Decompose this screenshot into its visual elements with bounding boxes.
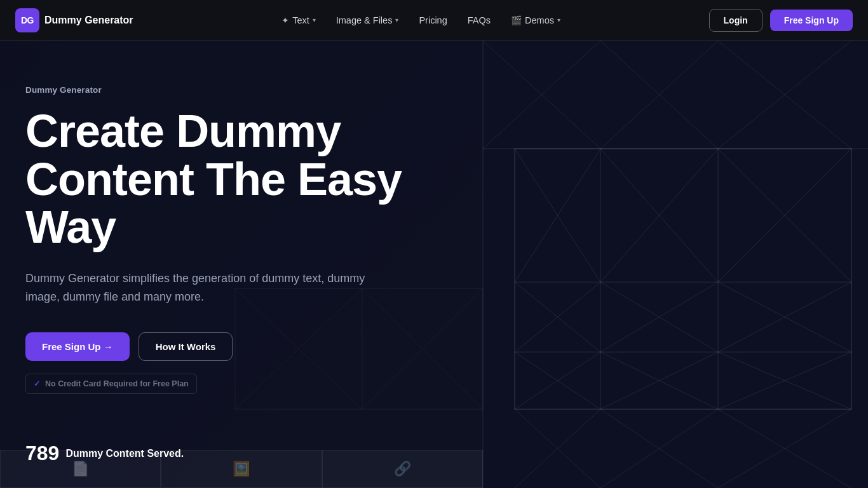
signup-button[interactable]: Free Sign Up (770, 10, 853, 31)
hero-cta-secondary[interactable]: How It Works (139, 332, 233, 361)
stat-number: 789 (25, 442, 59, 465)
logo-icon[interactable]: DG (15, 8, 39, 32)
navbar-brand: DG Dummy Generator (15, 8, 133, 32)
navbar-center: ✦ Text ▾ Image & Files ▾ Pricing FAQs 🎬 … (273, 10, 569, 30)
hero-stats: 789 Dummy Content Served. (25, 442, 184, 465)
chevron-down-icon: ▾ (395, 17, 398, 24)
stat-label: Dummy Content Served. (65, 448, 184, 459)
nav-item-demos[interactable]: 🎬 Demos ▾ (502, 10, 569, 30)
hero-cta-primary[interactable]: Free Sign Up → (25, 332, 130, 361)
hero-buttons: Free Sign Up → How It Works (25, 332, 458, 361)
nav-item-image-files[interactable]: Image & Files ▾ (327, 10, 408, 30)
demos-icon: 🎬 (511, 15, 522, 25)
chevron-down-icon: ▾ (557, 17, 560, 24)
nav-item-text[interactable]: ✦ Text ▾ (273, 10, 325, 30)
hero-content: Dummy Generator Create Dummy Content The… (0, 41, 483, 394)
hero-section: Dummy Generator Create Dummy Content The… (0, 41, 868, 488)
nav-label-demos: Demos (525, 15, 554, 25)
hero-description: Dummy Generator simplifies the generatio… (25, 269, 400, 307)
login-button[interactable]: Login (709, 9, 763, 32)
bottom-card-3[interactable]: 🔗 (322, 450, 483, 488)
hero-note: No Credit Card Required for Free Plan (25, 374, 197, 394)
nav-label-pricing: Pricing (419, 15, 447, 25)
bottom-card-2[interactable]: 🖼️ (161, 450, 322, 488)
nav-item-pricing[interactable]: Pricing (410, 10, 456, 30)
svg-rect-1 (483, 41, 868, 488)
nav-label-text: Text (292, 15, 309, 25)
navbar-right: Login Free Sign Up (709, 9, 853, 32)
navbar: DG Dummy Generator ✦ Text ▾ Image & File… (0, 0, 868, 41)
nav-label-faqs: FAQs (468, 15, 491, 25)
nav-label-image-files: Image & Files (336, 15, 393, 25)
chevron-down-icon: ▾ (313, 17, 316, 24)
hero-title: Create Dummy Content The Easy Way (25, 107, 458, 252)
nav-item-faqs[interactable]: FAQs (459, 10, 499, 30)
hero-breadcrumb: Dummy Generator (25, 85, 458, 95)
brand-name: Dummy Generator (44, 15, 133, 26)
text-icon: ✦ (281, 15, 289, 25)
